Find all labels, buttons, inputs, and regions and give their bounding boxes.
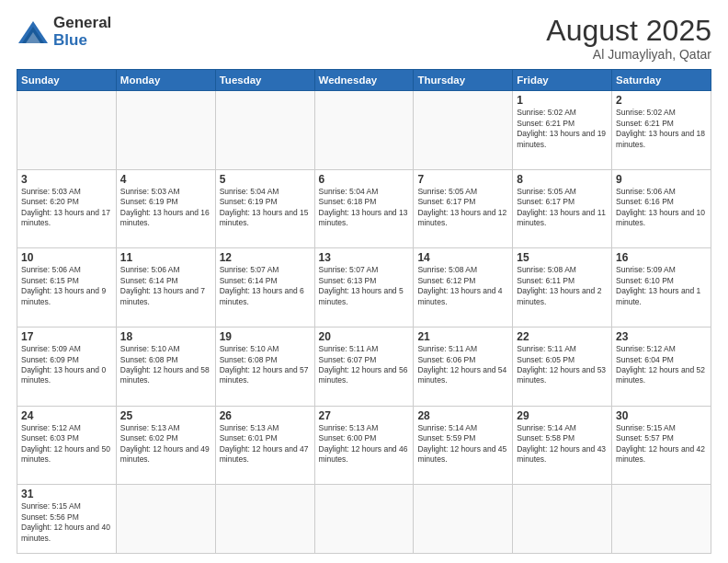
day-cell-29: 29 Sunrise: 5:14 AMSunset: 5:58 PMDaylig… [513,406,612,485]
col-friday: Friday [513,70,612,91]
day-cell-18: 18 Sunrise: 5:10 AMSunset: 6:08 PMDaylig… [116,327,215,407]
empty-cell [314,91,414,170]
empty-cell [612,485,711,554]
col-sunday: Sunday [17,70,117,91]
table-row: 3 Sunrise: 5:03 AMSunset: 6:20 PMDayligh… [17,169,711,248]
col-thursday: Thursday [414,70,513,91]
day-cell-23: 23 Sunrise: 5:12 AMSunset: 6:04 PMDaylig… [612,327,711,407]
table-row: 10 Sunrise: 5:06 AMSunset: 6:15 PMDaylig… [17,248,711,327]
day-cell-31: 31 Sunrise: 5:15 AMSunset: 5:56 PMDaylig… [17,485,117,554]
logo-text: General Blue [53,15,111,49]
day-cell-10: 10 Sunrise: 5:06 AMSunset: 6:15 PMDaylig… [17,248,117,327]
logo-icon [17,19,50,45]
empty-cell [215,91,314,170]
empty-cell [414,485,513,554]
day-cell-11: 11 Sunrise: 5:06 AMSunset: 6:14 PMDaylig… [116,248,215,327]
empty-cell [314,485,414,554]
day-cell-14: 14 Sunrise: 5:08 AMSunset: 6:12 PMDaylig… [414,248,513,327]
day-cell-7: 7 Sunrise: 5:05 AMSunset: 6:17 PMDayligh… [414,169,513,248]
col-monday: Monday [116,70,215,91]
table-row: 24 Sunrise: 5:12 AMSunset: 6:03 PMDaylig… [17,406,711,485]
day-cell-26: 26 Sunrise: 5:13 AMSunset: 6:01 PMDaylig… [215,406,314,485]
day-cell-2: 2 Sunrise: 5:02 AMSunset: 6:21 PMDayligh… [612,91,711,170]
month-year: August 2025 [546,15,711,47]
empty-cell [215,485,314,554]
day-cell-27: 27 Sunrise: 5:13 AMSunset: 6:00 PMDaylig… [314,406,414,485]
empty-cell [513,485,612,554]
day-cell-1: 1 Sunrise: 5:02 AMSunset: 6:21 PMDayligh… [513,91,612,170]
day-cell-28: 28 Sunrise: 5:14 AMSunset: 5:59 PMDaylig… [414,406,513,485]
day-cell-22: 22 Sunrise: 5:11 AMSunset: 6:05 PMDaylig… [513,327,612,407]
day-cell-6: 6 Sunrise: 5:04 AMSunset: 6:18 PMDayligh… [314,169,414,248]
day-cell-8: 8 Sunrise: 5:05 AMSunset: 6:17 PMDayligh… [513,169,612,248]
page: General Blue August 2025 Al Jumayliyah, … [0,0,728,563]
day-cell-21: 21 Sunrise: 5:11 AMSunset: 6:06 PMDaylig… [414,327,513,407]
day-cell-16: 16 Sunrise: 5:09 AMSunset: 6:10 PMDaylig… [612,248,711,327]
table-row: 1 Sunrise: 5:02 AMSunset: 6:21 PMDayligh… [17,91,711,170]
day-cell-17: 17 Sunrise: 5:09 AMSunset: 6:09 PMDaylig… [17,327,117,407]
col-tuesday: Tuesday [215,70,314,91]
day-cell-12: 12 Sunrise: 5:07 AMSunset: 6:14 PMDaylig… [215,248,314,327]
location: Al Jumayliyah, Qatar [546,47,711,62]
day-cell-13: 13 Sunrise: 5:07 AMSunset: 6:13 PMDaylig… [314,248,414,327]
header: General Blue August 2025 Al Jumayliyah, … [17,15,711,62]
col-saturday: Saturday [612,70,711,91]
day-cell-30: 30 Sunrise: 5:15 AMSunset: 5:57 PMDaylig… [612,406,711,485]
day-cell-3: 3 Sunrise: 5:03 AMSunset: 6:20 PMDayligh… [17,169,117,248]
col-wednesday: Wednesday [314,70,414,91]
day-cell-5: 5 Sunrise: 5:04 AMSunset: 6:19 PMDayligh… [215,169,314,248]
day-cell-4: 4 Sunrise: 5:03 AMSunset: 6:19 PMDayligh… [116,169,215,248]
empty-cell [17,91,117,170]
title-block: August 2025 Al Jumayliyah, Qatar [546,15,711,62]
day-cell-15: 15 Sunrise: 5:08 AMSunset: 6:11 PMDaylig… [513,248,612,327]
day-cell-20: 20 Sunrise: 5:11 AMSunset: 6:07 PMDaylig… [314,327,414,407]
logo: General Blue [17,15,111,49]
empty-cell [116,485,215,554]
day-cell-24: 24 Sunrise: 5:12 AMSunset: 6:03 PMDaylig… [17,406,117,485]
day-cell-19: 19 Sunrise: 5:10 AMSunset: 6:08 PMDaylig… [215,327,314,407]
empty-cell [116,91,215,170]
table-row: 17 Sunrise: 5:09 AMSunset: 6:09 PMDaylig… [17,327,711,407]
table-row: 31 Sunrise: 5:15 AMSunset: 5:56 PMDaylig… [17,485,711,554]
day-cell-25: 25 Sunrise: 5:13 AMSunset: 6:02 PMDaylig… [116,406,215,485]
weekday-header-row: Sunday Monday Tuesday Wednesday Thursday… [17,70,711,91]
empty-cell [414,91,513,170]
calendar-table: Sunday Monday Tuesday Wednesday Thursday… [17,69,711,554]
day-cell-9: 9 Sunrise: 5:06 AMSunset: 6:16 PMDayligh… [612,169,711,248]
